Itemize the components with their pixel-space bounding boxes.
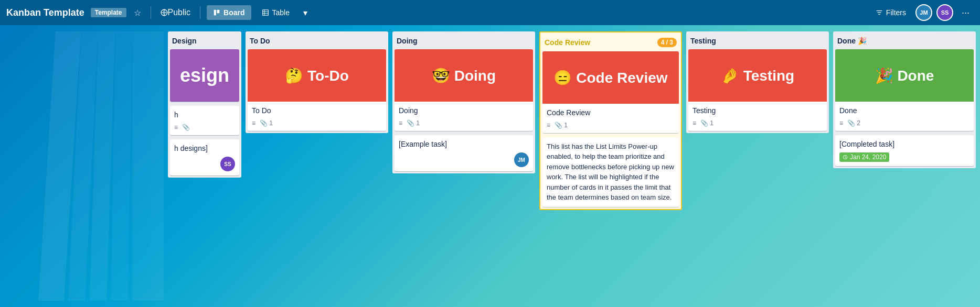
- avatar-jm[interactable]: JM: [915, 4, 932, 21]
- doing-card-meta: ≡ 📎 1: [399, 119, 529, 127]
- doing-description-icon: ≡: [399, 119, 402, 127]
- svg-rect-1: [214, 10, 216, 16]
- column-doing-header: Doing: [392, 31, 535, 49]
- public-button[interactable]: Public: [157, 6, 194, 19]
- testing-cover-card[interactable]: 🤌 Testing Testing ≡ 📎 1: [688, 49, 827, 131]
- design-task-card[interactable]: h ≡ 📎: [170, 106, 239, 135]
- testing-cover-body: Testing ≡ 📎 1: [688, 102, 827, 131]
- codereview-cover-card[interactable]: 😑 Code Review Code Review ≡ 📎 1: [542, 51, 679, 133]
- todo-card-meta: ≡ 📎 1: [252, 119, 382, 127]
- doing-cover-image: 🤓 Doing: [395, 49, 533, 102]
- table-tab[interactable]: Table: [255, 5, 296, 20]
- star-button[interactable]: ☆: [131, 6, 144, 20]
- column-testing-body: 🤌 Testing Testing ≡ 📎 1: [686, 49, 829, 133]
- column-done-body: 🎉 Done Done ≡ 📎 2 [Completed task]: [833, 49, 976, 168]
- todo-card-title: To Do: [252, 106, 382, 116]
- column-done-header: Done 🎉: [833, 31, 976, 49]
- column-design-title: Design: [172, 37, 197, 45]
- doing-task-title: [Example task]: [399, 139, 529, 150]
- doing-card-title: Doing: [399, 106, 529, 116]
- testing-cover-image: 🤌 Testing: [688, 49, 827, 102]
- codereview-card-title: Code Review: [547, 108, 675, 118]
- header-right: Filters JM SS ···: [870, 4, 974, 21]
- description-icon: ≡: [174, 124, 178, 131]
- doing-task-meta: JM: [399, 152, 529, 167]
- app-header: Kanban Template Template ☆ Public Board …: [0, 0, 980, 25]
- design-task-meta: ≡ 📎: [174, 124, 235, 131]
- todo-cover-body: To Do ≡ 📎 1: [248, 102, 386, 131]
- svg-rect-2: [217, 10, 220, 13]
- codereview-cover-body: Code Review ≡ 📎 1: [542, 104, 679, 133]
- done-task-card[interactable]: [Completed task] Jan 24, 2020: [835, 135, 974, 167]
- column-codereview-header: Code Review 4 / 3: [540, 32, 681, 51]
- design-card3-body: h designs] SS: [170, 139, 239, 176]
- done-description-icon: ≡: [839, 119, 843, 127]
- column-testing-title: Testing: [690, 37, 716, 45]
- done-cover-image: 🎉 Done: [835, 49, 974, 102]
- design-task-title: h: [174, 110, 235, 120]
- design-cover-image: esign: [170, 49, 239, 102]
- done-card-meta: ≡ 📎 2: [839, 119, 970, 127]
- doing-cover-card[interactable]: 🤓 Doing Doing ≡ 📎 1: [395, 49, 533, 131]
- separator: [151, 6, 151, 19]
- avatar-ss[interactable]: SS: [936, 4, 953, 21]
- svg-marker-11: [68, 31, 98, 301]
- column-design: Design esign h ≡ 📎: [168, 31, 241, 178]
- codereview-desc-card[interactable]: This list has the List Limits Power-up e…: [542, 137, 679, 207]
- todo-cover-card[interactable]: 🤔 To-Do To Do ≡ 📎 1: [248, 49, 386, 131]
- svg-rect-3: [262, 10, 268, 16]
- svg-marker-12: [90, 31, 115, 301]
- codereview-cover-image: 😑 Code Review: [542, 51, 679, 104]
- board: Design esign h ≡ 📎: [0, 25, 980, 307]
- testing-cover-text: 🤌 Testing: [721, 67, 794, 84]
- column-testing: Testing 🤌 Testing Testing ≡ 📎 1: [686, 31, 829, 133]
- more-views-button[interactable]: ▾: [300, 6, 311, 20]
- column-doing: Doing 🤓 Doing Doing ≡ 📎 1 [Example task]: [392, 31, 535, 173]
- filters-button[interactable]: Filters: [870, 5, 911, 20]
- more-options-button[interactable]: ···: [957, 5, 974, 20]
- column-design-body: esign h ≡ 📎 h designs] SS: [168, 49, 241, 178]
- testing-card-meta: ≡ 📎 1: [693, 119, 823, 127]
- todo-description-icon: ≡: [252, 119, 255, 127]
- done-cover-text: 🎉 Done: [875, 67, 934, 84]
- board-tab[interactable]: Board: [207, 5, 251, 20]
- separator2: [200, 6, 200, 19]
- todo-cover-text: 🤔 To-Do: [285, 67, 349, 84]
- codereview-desc-text: This list has the List Limits Power-up e…: [542, 137, 679, 207]
- avatar-jm-small: JM: [514, 152, 529, 167]
- column-todo-body: 🤔 To-Do To Do ≡ 📎 1: [246, 49, 388, 133]
- testing-description-icon: ≡: [693, 119, 696, 127]
- column-codereview-title: Code Review: [545, 38, 590, 47]
- done-cover-card[interactable]: 🎉 Done Done ≡ 📎 2: [835, 49, 974, 131]
- filters-label: Filters: [886, 8, 906, 17]
- table-tab-label: Table: [272, 8, 290, 17]
- doing-cover-text: 🤓 Doing: [432, 67, 496, 84]
- doing-attachment-icon: 📎 1: [407, 119, 420, 127]
- bg-decoration: [4, 31, 164, 301]
- column-codereview-body: 😑 Code Review Code Review ≡ 📎 1 This lis…: [540, 51, 681, 209]
- svg-marker-14: [132, 31, 150, 301]
- done-card-title: Done: [839, 106, 970, 116]
- codereview-attachment-icon: 📎 1: [555, 122, 568, 129]
- column-todo: To Do 🤔 To-Do To Do ≡ 📎 1: [246, 31, 388, 133]
- board-title: Kanban Template: [6, 7, 84, 18]
- done-cover-body: Done ≡ 📎 2: [835, 102, 974, 131]
- column-testing-header: Testing: [686, 31, 829, 49]
- design-cover-card[interactable]: esign: [170, 49, 239, 102]
- todo-attachment-icon: 📎 1: [260, 119, 273, 127]
- design-card3-meta: SS: [174, 157, 235, 171]
- design-task-body: h ≡ 📎: [170, 106, 239, 135]
- doing-task-body: [Example task] JM: [395, 135, 533, 172]
- column-doing-title: Doing: [397, 37, 418, 45]
- svg-marker-13: [111, 31, 132, 301]
- column-done: Done 🎉 🎉 Done Done ≡ 📎 2 [Completed task…: [833, 31, 976, 168]
- design-card3-title: h designs]: [174, 144, 235, 154]
- column-design-header: Design: [168, 31, 241, 49]
- design-card3[interactable]: h designs] SS: [170, 139, 239, 176]
- column-done-title: Done 🎉: [837, 37, 867, 45]
- doing-task-card[interactable]: [Example task] JM: [395, 135, 533, 172]
- column-codereview: Code Review 4 / 3 😑 Code Review Code Rev…: [539, 31, 682, 210]
- testing-attachment-icon: 📎 1: [700, 119, 713, 127]
- svg-marker-10: [38, 31, 81, 301]
- testing-card-title: Testing: [693, 106, 823, 116]
